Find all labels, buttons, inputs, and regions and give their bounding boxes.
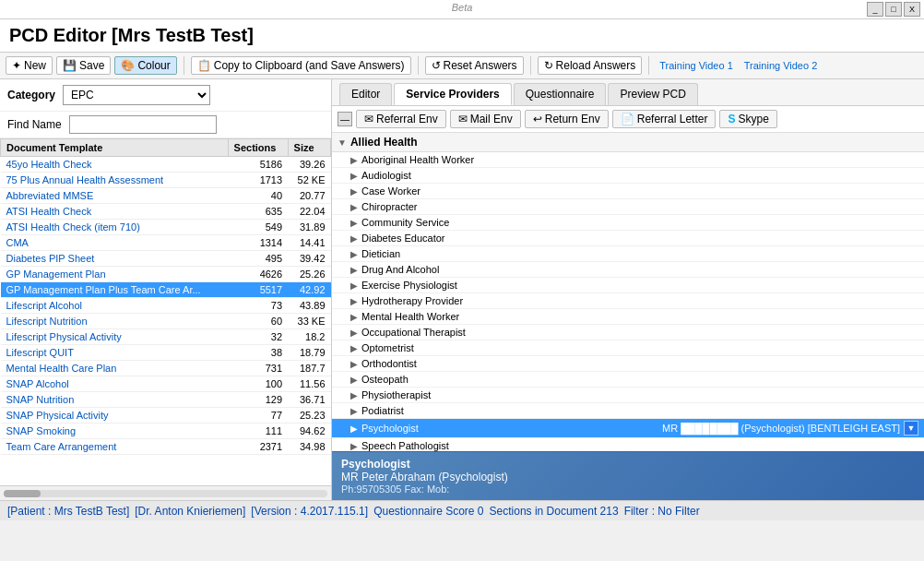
doc-sections: 2371 <box>228 439 288 455</box>
reload-icon: ↻ <box>544 59 553 72</box>
table-row[interactable]: SNAP Alcohol 100 11.56 <box>1 376 331 392</box>
provider-row[interactable]: ▶ Diabetes Educator <box>332 231 924 246</box>
doc-sections: 731 <box>228 361 288 376</box>
doc-name: Lifescript QUIT <box>1 345 229 361</box>
scroll-track[interactable] <box>4 490 327 497</box>
provider-row[interactable]: ▶ Community Service <box>332 215 924 231</box>
provider-row[interactable]: ▶ Orthodontist <box>332 356 924 372</box>
doc-name: GP Management Plan Plus Team Care Ar... <box>1 282 229 298</box>
provider-name: Aboriginal Health Worker <box>361 154 918 165</box>
reload-label: Reload Answers <box>556 59 636 72</box>
provider-row[interactable]: ▶ Exercise Physiologist <box>332 278 924 293</box>
allied-health-collapse-arrow[interactable]: ▼ <box>338 137 347 148</box>
provider-name: Case Worker <box>361 185 918 197</box>
provider-name: Audiologist <box>361 170 918 181</box>
table-row[interactable]: 45yo Health Check 5186 39.26 <box>1 157 331 173</box>
provider-name: Occupational Therapist <box>361 327 918 338</box>
document-table: Document Template Sections Size 45yo Hea… <box>0 138 331 485</box>
doc-name: Diabetes PIP Sheet <box>1 251 229 267</box>
table-row[interactable]: Lifescript Alcohol 73 43.89 <box>1 298 331 314</box>
provider-row[interactable]: ▶ Dietician <box>332 246 924 262</box>
provider-row[interactable]: ▶ Aboriginal Health Worker <box>332 152 924 168</box>
tab-questionnaire[interactable]: Questionnaire <box>514 83 607 105</box>
table-row[interactable]: GP Management Plan 4626 25.26 <box>1 267 331 282</box>
copy-button[interactable]: 📋 Copy to Clipboard (and Save Answers) <box>191 56 411 75</box>
provider-expand-arrow: ▶ <box>350 186 358 197</box>
maximize-button[interactable]: □ <box>885 2 902 17</box>
horizontal-scrollbar[interactable] <box>0 485 331 500</box>
table-row[interactable]: Abbreviated MMSE 40 20.77 <box>1 188 331 204</box>
provider-row[interactable]: ▶ Chiropracter <box>332 199 924 215</box>
tab-editor[interactable]: Editor <box>339 83 392 105</box>
table-row[interactable]: SNAP Physical Activity 77 25.23 <box>1 408 331 424</box>
provider-expand-arrow: ▶ <box>350 424 358 434</box>
provider-name: Optometrist <box>361 342 918 353</box>
provider-row[interactable]: ▶ Physiotherapist <box>332 388 924 403</box>
category-select[interactable]: EPC <box>63 85 210 105</box>
table-row[interactable]: 75 Plus Annual Health Assessment 1713 52… <box>1 173 331 188</box>
reset-icon: ↺ <box>432 59 441 72</box>
doc-size: 36.71 <box>288 392 330 408</box>
doc-size: 25.23 <box>288 408 330 424</box>
save-button[interactable]: 💾 Save <box>56 56 111 75</box>
colour-button[interactable]: 🎨 Colour <box>114 56 176 75</box>
table-row[interactable]: Mental Health Care Plan 731 187.7 <box>1 361 331 376</box>
doc-size: 34.98 <box>288 439 330 455</box>
scroll-thumb[interactable] <box>4 490 41 497</box>
reset-button[interactable]: ↺ Reset Answers <box>425 56 524 75</box>
table-row[interactable]: Lifescript QUIT 38 18.79 <box>1 345 331 361</box>
table-row[interactable]: Lifescript Nutrition 60 33 KE <box>1 314 331 329</box>
provider-row[interactable]: ▶ Optometrist <box>332 340 924 356</box>
provider-dropdown-arrow[interactable]: ▼ <box>904 421 918 436</box>
provider-row[interactable]: ▶ Occupational Therapist <box>332 325 924 340</box>
provider-name: Speech Pathologist <box>361 440 918 451</box>
table-row[interactable]: ATSI Health Check 635 22.04 <box>1 204 331 220</box>
table-row[interactable]: ATSI Health Check (item 710) 549 31.89 <box>1 220 331 235</box>
provider-name: Dietician <box>361 248 918 259</box>
provider-expand-arrow: ▶ <box>350 233 358 244</box>
copy-label: Copy to Clipboard (and Save Answers) <box>214 59 405 72</box>
provider-row[interactable]: ▶ Osteopath <box>332 372 924 388</box>
col-header-name: Document Template <box>1 139 229 157</box>
training-video-2-link[interactable]: Training Video 2 <box>740 58 822 73</box>
new-button[interactable]: ✦ New <box>6 56 53 75</box>
referral-letter-button[interactable]: 📄 Referral Letter <box>612 110 717 128</box>
table-row[interactable]: Team Care Arrangement 2371 34.98 <box>1 439 331 455</box>
doc-name: Mental Health Care Plan <box>1 361 229 376</box>
window-controls[interactable]: _ □ X <box>867 2 920 17</box>
table-row[interactable]: CMA 1314 14.41 <box>1 235 331 251</box>
findname-label: Find Name <box>7 118 62 131</box>
colour-label: Colour <box>137 59 170 72</box>
training-video-1-link[interactable]: Training Video 1 <box>656 58 737 73</box>
close-button[interactable]: X <box>904 2 920 17</box>
status-bar: [Patient : Mrs TestB Test] [Dr. Anton Kn… <box>0 500 924 520</box>
return-env-button[interactable]: ↩ Return Env <box>525 110 609 128</box>
provider-row[interactable]: ▶ Audiologist <box>332 168 924 184</box>
provider-name: Osteopath <box>361 374 918 385</box>
skype-button[interactable]: S Skype <box>719 110 776 128</box>
collapse-button[interactable]: — <box>338 112 352 126</box>
doc-name: SNAP Alcohol <box>1 376 229 392</box>
provider-row[interactable]: ▶ Speech Pathologist <box>332 438 924 451</box>
table-row[interactable]: Diabetes PIP Sheet 495 39.42 <box>1 251 331 267</box>
provider-expand-arrow: ▶ <box>350 265 358 275</box>
referral-env-button[interactable]: ✉ Referral Env <box>356 110 446 128</box>
provider-row[interactable]: ▶ Psychologist MR ████████ (Psychologist… <box>332 419 924 438</box>
provider-row[interactable]: ▶ Podiatrist <box>332 403 924 419</box>
findname-input[interactable] <box>69 115 217 134</box>
tab-preview-pcd[interactable]: Preview PCD <box>608 83 697 105</box>
minimize-button[interactable]: _ <box>867 2 883 17</box>
reload-button[interactable]: ↻ Reload Answers <box>538 56 643 75</box>
provider-row[interactable]: ▶ Case Worker <box>332 184 924 199</box>
provider-row[interactable]: ▶ Hydrotherapy Provider <box>332 293 924 309</box>
provider-row[interactable]: ▶ Mental Health Worker <box>332 309 924 325</box>
doc-sections: 549 <box>228 220 288 235</box>
table-row[interactable]: SNAP Smoking 111 94.62 <box>1 424 331 439</box>
app-title: PCD Editor [Mrs TestB Test] <box>0 19 924 53</box>
table-row[interactable]: GP Management Plan Plus Team Care Ar... … <box>1 282 331 298</box>
table-row[interactable]: Lifescript Physical Activity 32 18.2 <box>1 329 331 345</box>
mail-env-button[interactable]: ✉ Mail Env <box>450 110 521 128</box>
table-row[interactable]: SNAP Nutrition 129 36.71 <box>1 392 331 408</box>
tab-service-providers[interactable]: Service Providers <box>394 83 511 105</box>
provider-row[interactable]: ▶ Drug And Alcohol <box>332 262 924 278</box>
